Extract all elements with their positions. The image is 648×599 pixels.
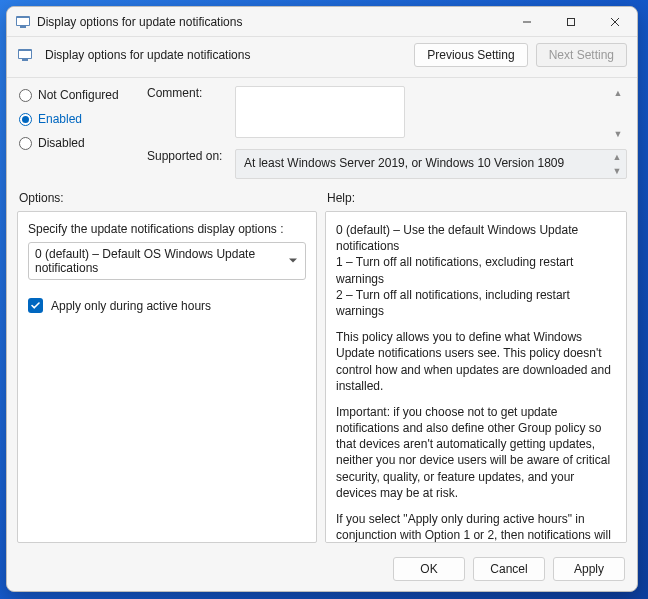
comment-line: Comment: ▲▼ <box>147 86 627 141</box>
cancel-button[interactable]: Cancel <box>473 557 545 581</box>
comment-label: Comment: <box>147 86 227 141</box>
state-column: Not Configured Enabled Disabled <box>19 86 137 179</box>
spec-select[interactable]: 0 (default) – Default OS Windows Update … <box>28 242 306 280</box>
ok-button[interactable]: OK <box>393 557 465 581</box>
radio-enabled[interactable]: Enabled <box>19 112 137 126</box>
meta-column: Comment: ▲▼ Supported on: At least Windo… <box>147 86 627 179</box>
supported-box: At least Windows Server 2019, or Windows… <box>235 149 627 179</box>
previous-setting-button[interactable]: Previous Setting <box>414 43 527 67</box>
dialog-window: Display options for update notifications… <box>6 6 638 592</box>
policy-icon <box>17 47 33 63</box>
window-title: Display options for update notifications <box>37 15 505 29</box>
supported-label: Supported on: <box>147 149 227 179</box>
app-icon <box>15 14 31 30</box>
help-paragraph: If you select "Apply only during active … <box>336 511 616 543</box>
maximize-button[interactable] <box>549 7 593 37</box>
radio-disabled[interactable]: Disabled <box>19 136 137 150</box>
svg-rect-3 <box>568 18 575 25</box>
help-heading: Help: <box>325 189 627 211</box>
help-paragraph: This policy allows you to define what Wi… <box>336 329 616 394</box>
comment-input[interactable] <box>235 86 405 138</box>
options-heading: Options: <box>17 189 317 211</box>
header-row: Display options for update notifications… <box>7 37 637 78</box>
options-panel: Options: Specify the update notification… <box>17 189 317 543</box>
radio-label: Disabled <box>38 136 85 150</box>
next-setting-button[interactable]: Next Setting <box>536 43 627 67</box>
apply-button[interactable]: Apply <box>553 557 625 581</box>
radio-icon <box>19 137 32 150</box>
checkbox-icon <box>28 298 43 313</box>
radio-icon <box>19 113 32 126</box>
panels: Options: Specify the update notification… <box>7 185 637 549</box>
close-button[interactable] <box>593 7 637 37</box>
radio-label: Enabled <box>38 112 82 126</box>
apply-active-hours-label: Apply only during active hours <box>51 299 211 313</box>
help-paragraph: Important: if you choose not to get upda… <box>336 404 616 501</box>
titlebar: Display options for update notifications <box>7 7 637 37</box>
upper-section: Not Configured Enabled Disabled Comment:… <box>7 78 637 185</box>
comment-scrollbar[interactable]: ▲▼ <box>611 88 625 139</box>
radio-icon <box>19 89 32 102</box>
radio-label: Not Configured <box>38 88 119 102</box>
help-line: 1 – Turn off all notifications, excludin… <box>336 254 616 286</box>
spec-label: Specify the update notifications display… <box>28 222 306 236</box>
svg-rect-5 <box>19 51 31 58</box>
spec-select-value: 0 (default) – Default OS Windows Update … <box>35 247 255 275</box>
svg-rect-1 <box>17 18 29 25</box>
help-panel: Help: 0 (default) – Use the default Wind… <box>325 189 627 543</box>
help-line: 0 (default) – Use the default Windows Up… <box>336 222 616 254</box>
minimize-button[interactable] <box>505 7 549 37</box>
supported-text: At least Windows Server 2019, or Windows… <box>244 156 564 170</box>
options-body: Specify the update notifications display… <box>17 211 317 543</box>
svg-rect-6 <box>22 59 28 61</box>
apply-active-hours-checkbox[interactable]: Apply only during active hours <box>28 298 306 313</box>
supported-line: Supported on: At least Windows Server 20… <box>147 149 627 179</box>
radio-not-configured[interactable]: Not Configured <box>19 88 137 102</box>
help-line: 2 – Turn off all notifications, includin… <box>336 287 616 319</box>
svg-rect-2 <box>20 26 26 28</box>
help-body[interactable]: 0 (default) – Use the default Windows Up… <box>325 211 627 543</box>
supported-scrollbar[interactable]: ▲▼ <box>610 152 624 176</box>
footer: OK Cancel Apply <box>7 549 637 591</box>
policy-title: Display options for update notifications <box>45 48 250 62</box>
